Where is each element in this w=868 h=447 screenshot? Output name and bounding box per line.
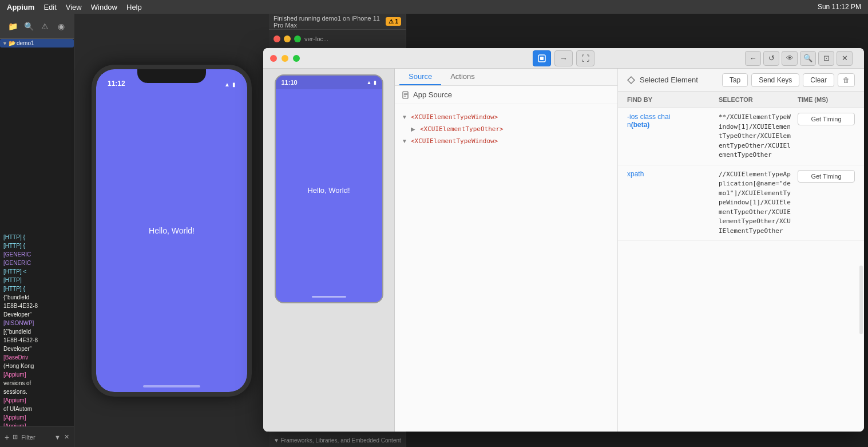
log-line: [NISONWP]	[1, 319, 73, 327]
send-keys-button[interactable]: Send Keys	[751, 73, 799, 87]
sidebar-file-tree: ▼ 📂 demo1	[0, 39, 74, 231]
log-line: versions of	[1, 379, 73, 387]
selected-element-title: Selected Element	[640, 76, 698, 84]
appium-select-btn[interactable]	[533, 50, 551, 66]
appium-maximize-btn[interactable]	[293, 55, 300, 62]
build-status-bar: Finished running demo1 on iPhone 11 Pro …	[269, 14, 406, 30]
log-line: Developer"	[1, 310, 73, 319]
inspector-row-xpath: xpath //XCUIElementTypeApplication[@name…	[618, 165, 864, 242]
appium-fullscreen-btn[interactable]: ⛶	[576, 50, 594, 66]
selector-xpath: //XCUIElementTypeApplication[@name="demo…	[719, 170, 798, 236]
xcode-editor-toolbar: ver-loc...	[269, 30, 406, 48]
battery-icon: ▮	[232, 81, 236, 88]
add-icon[interactable]: +	[5, 433, 9, 442]
xcode-search-icon[interactable]: 🔍	[21, 18, 37, 34]
log-line: [HTTP]	[1, 276, 73, 284]
diamond-icon	[627, 76, 635, 84]
log-line: [BaseDriv	[1, 353, 73, 362]
tree-arrow-icon: ▼	[402, 138, 411, 144]
menubar-window[interactable]: Window	[91, 3, 117, 11]
log-line: [HTTP] {	[1, 242, 73, 250]
log-line: {"bundleId	[1, 293, 73, 302]
tab-source[interactable]: Source	[399, 69, 441, 85]
frameworks-label: ▼	[274, 437, 281, 444]
filter-clear-icon[interactable]: ✕	[64, 433, 69, 441]
wifi-icon: ▲	[367, 80, 372, 85]
sidebar-tree-item[interactable]: ▼ 📂 demo1	[0, 39, 74, 48]
appium-source-content: ▼ <XCUIElementTypeWindow> ▶ <XCUIElement…	[395, 104, 617, 432]
appium-source-tabs: Source Actions	[395, 69, 617, 86]
log-line: of UIAutom	[1, 405, 73, 413]
appium-phone-frame: 11:10 ▲ ▮ Hello, World!	[275, 74, 383, 303]
log-line: [GENERIC	[1, 259, 73, 267]
appium-phone-status: 11:10 ▲ ▮	[276, 76, 382, 89]
inspector-action-buttons: Tap Send Keys Clear 🗑	[722, 73, 855, 87]
tap-button[interactable]: Tap	[722, 73, 748, 87]
log-line: 1E8B-4E32-8	[1, 336, 73, 345]
app-source-label: App Source	[413, 90, 452, 99]
scrollbar-thumb	[859, 266, 863, 334]
delete-button[interactable]: 🗑	[838, 73, 855, 87]
inspector-rows: -ios class chain(beta) **/XCUIElementTyp…	[618, 108, 864, 432]
xcode-test-icon[interactable]: ◉	[53, 18, 69, 34]
battery-icon: ▮	[374, 80, 376, 85]
appium-inspector-panel: Selected Element Tap Send Keys Clear 🗑 F…	[618, 69, 864, 432]
sidebar-label: demo1	[17, 40, 34, 46]
phone-time: 11:12	[108, 80, 125, 88]
appium-phone-icons: ▲ ▮	[367, 80, 376, 85]
appium-close-x-btn[interactable]: ✕	[837, 51, 853, 66]
get-timing-btn-1[interactable]: Get Timing	[798, 113, 855, 125]
log-line: [HTTP] {	[1, 233, 73, 242]
log-line: [Appium]	[1, 370, 73, 379]
frameworks-text: Frameworks, Libraries, and Embedded Cont…	[281, 437, 401, 444]
tree-item-window-1[interactable]: ▼ <XCUIElementTypeWindow>	[395, 111, 617, 123]
xcode-breadcrumb: ver-loc...	[304, 35, 401, 42]
find-by-xpath: xpath	[627, 170, 719, 178]
inspector-row-ios-class-chain: -ios class chain(beta) **/XCUIElementTyp…	[618, 108, 864, 165]
svg-marker-6	[628, 77, 635, 84]
phone-screen: 11:12 ▲ ▮ Hello, World!	[96, 69, 247, 392]
appium-back-btn[interactable]: ←	[745, 51, 761, 66]
tree-item-window-2[interactable]: ▼ <XCUIElementTypeWindow>	[395, 135, 617, 147]
traffic-light-red[interactable]	[274, 35, 280, 42]
appium-eye-btn[interactable]: 👁	[782, 51, 798, 66]
inspector-column-headers: Find By Selector Time (ms)	[618, 92, 864, 108]
filter-icon: ⊞	[13, 433, 18, 441]
tree-node-label: <XCUIElementTypeWindow>	[411, 137, 498, 145]
filter-options-icon[interactable]: ▼	[54, 434, 61, 441]
appium-toolbar: → ⛶	[533, 50, 594, 66]
appium-close-btn[interactable]	[270, 55, 277, 62]
xcode-warning-icon[interactable]: ⚠	[37, 18, 53, 34]
traffic-light-yellow[interactable]	[284, 35, 291, 42]
tree-node-label: <XCUIElementTypeWindow>	[411, 113, 498, 121]
appium-phone-home	[276, 291, 382, 302]
appium-minimize-btn[interactable]	[282, 55, 288, 62]
appium-copy-btn[interactable]: ⊡	[818, 51, 834, 66]
tree-node-label: <XCUIElementTypeOther>	[420, 125, 504, 133]
clear-button[interactable]: Clear	[803, 73, 834, 87]
phone-hello-text: Hello, World!	[149, 226, 195, 235]
menubar-app-name[interactable]: Appium	[7, 3, 34, 11]
menubar-edit[interactable]: Edit	[43, 3, 56, 11]
folder-icon: 📂	[9, 40, 15, 46]
menubar-help[interactable]: Help	[126, 3, 142, 11]
appium-refresh-btn[interactable]: ↺	[763, 51, 779, 66]
menubar-left: Appium Edit View Window Help	[7, 3, 142, 11]
menubar-view[interactable]: View	[66, 3, 82, 11]
app-source-header: App Source	[395, 86, 617, 104]
filter-label[interactable]: Filter	[21, 434, 51, 441]
appium-navigate-btn[interactable]: →	[554, 50, 573, 66]
traffic-light-green[interactable]	[294, 35, 301, 42]
appium-phone-content: Hello, World!	[276, 89, 382, 291]
menubar-right: Sun 11:12 PM	[818, 3, 861, 11]
get-timing-btn-2[interactable]: Get Timing	[798, 170, 855, 183]
document-icon	[402, 91, 410, 99]
find-by-ios-class-chain: -ios class chain(beta)	[627, 113, 719, 129]
tree-item-other[interactable]: ▶ <XCUIElementTypeOther>	[395, 123, 617, 135]
xcode-sidebar: 📁 🔍 ⚠ ◉ ▼ 📂 demo1 [HTTP] { [HTTP] { [GEN…	[0, 14, 74, 447]
svg-rect-1	[540, 57, 544, 60]
xcode-folder-icon[interactable]: 📁	[5, 18, 21, 34]
appium-search-btn[interactable]: 🔍	[800, 51, 816, 66]
tab-actions[interactable]: Actions	[441, 69, 484, 85]
log-line: (Hong Kong	[1, 362, 73, 370]
